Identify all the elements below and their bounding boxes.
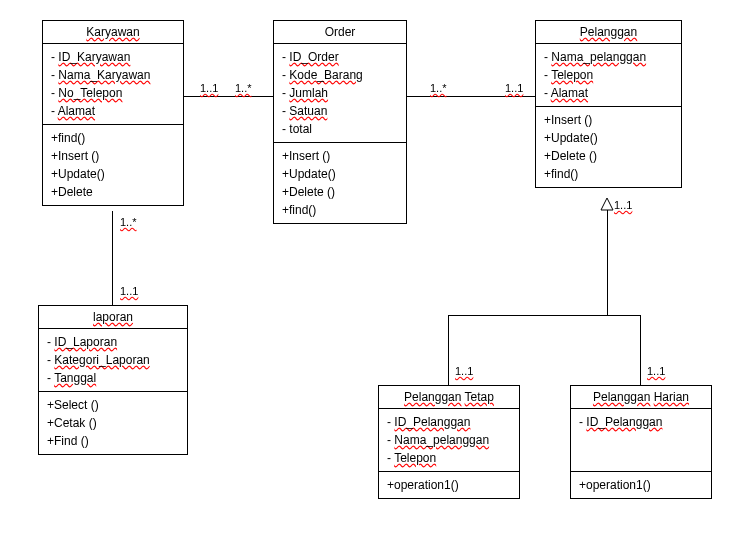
mult-label: 1..* <box>430 82 447 94</box>
class-ops: +Insert () +Update() +Delete () +find() <box>274 143 406 223</box>
op: +Update() <box>544 129 673 147</box>
assoc-karyawan-order <box>183 96 273 97</box>
attr: - No_Telepon <box>51 84 175 102</box>
op: +Find () <box>47 432 179 450</box>
class-laporan: laporan - ID_Laporan - Kategori_Laporan … <box>38 305 188 455</box>
op: +Cetak () <box>47 414 179 432</box>
op: +Insert () <box>51 147 175 165</box>
op: +find() <box>544 165 673 183</box>
class-title: Pelanggan Harian <box>571 386 711 409</box>
attr: - Nama_pelanggan <box>387 431 511 449</box>
class-attrs: - ID_Laporan - Kategori_Laporan - Tangga… <box>39 329 187 392</box>
class-title: Order <box>274 21 406 44</box>
attr: - ID_Order <box>282 48 398 66</box>
attr: - Nama_Karyawan <box>51 66 175 84</box>
mult-label: 1..1 <box>505 82 523 94</box>
class-attrs: - ID_Pelanggan - Nama_pelanggan - Telepo… <box>379 409 519 472</box>
class-ops: +Insert () +Update() +Delete () +find() <box>536 107 681 187</box>
class-pelanggan-harian: Pelanggan Harian - ID_Pelanggan +operati… <box>570 385 712 499</box>
gen-to-harian <box>640 315 641 385</box>
class-attrs: - ID_Pelanggan <box>571 409 711 472</box>
op: +find() <box>282 201 398 219</box>
gen-branch <box>448 315 640 316</box>
class-ops: +Select () +Cetak () +Find () <box>39 392 187 454</box>
gen-to-tetap <box>448 315 449 385</box>
class-title: laporan <box>39 306 187 329</box>
attr: - Tanggal <box>47 369 179 387</box>
attr: - Kategori_Laporan <box>47 351 179 369</box>
mult-label: 1..1 <box>200 82 218 94</box>
class-pelanggan-tetap: Pelanggan Tetap - ID_Pelanggan - Nama_pe… <box>378 385 520 499</box>
attr: - Jumlah <box>282 84 398 102</box>
attr: - Telepon <box>544 66 673 84</box>
class-order: Order - ID_Order - Kode_Barang - Jumlah … <box>273 20 407 224</box>
mult-label: 1..1 <box>455 365 473 377</box>
op: +Delete () <box>544 147 673 165</box>
op: +Delete <box>51 183 175 201</box>
attr: - Telepon <box>387 449 511 467</box>
class-title: Pelanggan <box>536 21 681 44</box>
svg-marker-0 <box>601 198 613 210</box>
gen-pelanggan-trunk <box>607 210 608 315</box>
op: +Insert () <box>282 147 398 165</box>
mult-label: 1..1 <box>614 199 632 211</box>
op: +operation1() <box>579 476 703 494</box>
op: +Select () <box>47 396 179 414</box>
class-ops: +operation1() <box>379 472 519 498</box>
assoc-karyawan-laporan <box>112 211 113 305</box>
class-title: Karyawan <box>43 21 183 44</box>
gen-arrowhead-icon <box>601 198 613 212</box>
op: +Update() <box>282 165 398 183</box>
class-ops: +operation1() <box>571 472 711 498</box>
mult-label: 1..1 <box>647 365 665 377</box>
op: +Update() <box>51 165 175 183</box>
op: +operation1() <box>387 476 511 494</box>
attr: - ID_Laporan <box>47 333 179 351</box>
mult-label: 1..* <box>120 216 137 228</box>
attr: - ID_Pelanggan <box>579 413 703 431</box>
attr: - Alamat <box>544 84 673 102</box>
attr: - Nama_pelanggan <box>544 48 673 66</box>
op: +Insert () <box>544 111 673 129</box>
class-attrs: - ID_Karyawan - Nama_Karyawan - No_Telep… <box>43 44 183 125</box>
attr: - Satuan <box>282 102 398 120</box>
class-title: Pelanggan Tetap <box>379 386 519 409</box>
attr: - ID_Karyawan <box>51 48 175 66</box>
class-ops: +find() +Insert () +Update() +Delete <box>43 125 183 205</box>
assoc-order-pelanggan <box>406 96 535 97</box>
class-karyawan: Karyawan - ID_Karyawan - Nama_Karyawan -… <box>42 20 184 206</box>
attr: - ID_Pelanggan <box>387 413 511 431</box>
class-attrs: - ID_Order - Kode_Barang - Jumlah - Satu… <box>274 44 406 143</box>
mult-label: 1..* <box>235 82 252 94</box>
op: +Delete () <box>282 183 398 201</box>
op: +find() <box>51 129 175 147</box>
class-pelanggan: Pelanggan - Nama_pelanggan - Telepon - A… <box>535 20 682 188</box>
mult-label: 1..1 <box>120 285 138 297</box>
class-attrs: - Nama_pelanggan - Telepon - Alamat <box>536 44 681 107</box>
attr: - total <box>282 120 398 138</box>
attr: - Alamat <box>51 102 175 120</box>
attr: - Kode_Barang <box>282 66 398 84</box>
